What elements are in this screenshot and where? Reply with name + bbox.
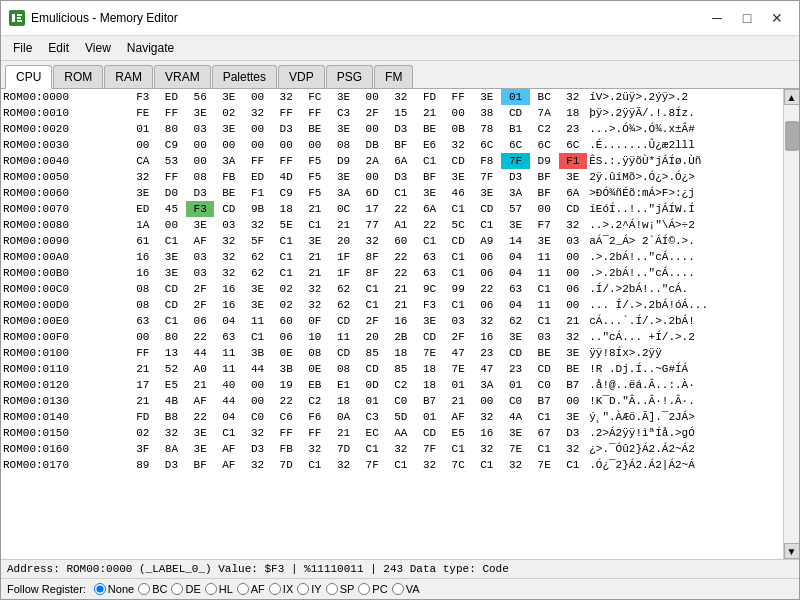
table-row[interactable]: ROM00:00200180033E00D3BE3E00D3BE0B78B1C2… — [1, 121, 783, 137]
hex-cell[interactable]: CD — [214, 201, 243, 217]
hex-cell[interactable]: 00 — [243, 377, 272, 393]
hex-cell[interactable]: 00 — [444, 105, 473, 121]
hex-cell[interactable]: 17 — [358, 201, 387, 217]
hex-cell[interactable]: 00 — [186, 137, 215, 153]
hex-cell[interactable]: CD — [157, 281, 186, 297]
hex-cell[interactable]: CD — [501, 345, 530, 361]
radio-option-iy[interactable]: IY — [297, 583, 321, 595]
hex-cell[interactable]: C1 — [387, 457, 416, 473]
hex-cell[interactable]: C1 — [530, 409, 559, 425]
hex-cell[interactable]: 18 — [272, 201, 301, 217]
hex-cell[interactable]: 63 — [214, 329, 243, 345]
table-row[interactable]: ROM00:009061C1AF325FC13E203260C1CDA9143E… — [1, 233, 783, 249]
hex-cell[interactable]: 00 — [559, 393, 588, 409]
tab-psg[interactable]: PSG — [326, 65, 373, 88]
hex-cell[interactable]: C1 — [444, 441, 473, 457]
hex-cell[interactable]: 16 — [128, 249, 157, 265]
hex-cell[interactable]: 32 — [128, 169, 157, 185]
hex-cell[interactable]: 32 — [243, 457, 272, 473]
hex-cell[interactable]: AF — [214, 441, 243, 457]
hex-cell[interactable]: 3E — [186, 217, 215, 233]
hex-cell[interactable]: 47 — [444, 345, 473, 361]
hex-cell[interactable]: 32 — [473, 313, 502, 329]
hex-cell[interactable]: 23 — [501, 361, 530, 377]
scrollbar-thumb[interactable] — [785, 121, 799, 151]
table-row[interactable]: ROM00:0010FEFF3E0232FFFFC32F15210038CD7A… — [1, 105, 783, 121]
hex-cell[interactable]: 06 — [473, 249, 502, 265]
hex-cell[interactable]: 47 — [473, 361, 502, 377]
hex-cell[interactable]: 00 — [243, 137, 272, 153]
table-row[interactable]: ROM00:00E063C1060411600FCD2F163E033262C1… — [1, 313, 783, 329]
hex-cell[interactable]: 3A — [501, 185, 530, 201]
hex-cell[interactable]: 02 — [272, 297, 301, 313]
hex-cell[interactable]: 11 — [530, 249, 559, 265]
hex-cell[interactable]: C1 — [300, 457, 329, 473]
hex-cell[interactable]: 02 — [214, 105, 243, 121]
hex-cell[interactable]: 22 — [272, 393, 301, 409]
hex-cell[interactable]: 0E — [272, 345, 301, 361]
hex-cell[interactable]: 18 — [329, 393, 358, 409]
hex-cell[interactable]: 7D — [329, 441, 358, 457]
hex-cell[interactable]: 00 — [243, 121, 272, 137]
hex-cell[interactable]: 32 — [300, 281, 329, 297]
hex-cell[interactable]: C1 — [530, 281, 559, 297]
hex-cell[interactable]: E5 — [444, 425, 473, 441]
hex-cell[interactable]: C1 — [358, 281, 387, 297]
hex-cell[interactable]: D3 — [501, 169, 530, 185]
hex-cell[interactable]: FD — [128, 409, 157, 425]
hex-cell[interactable]: AF — [214, 457, 243, 473]
hex-cell[interactable]: 4A — [501, 409, 530, 425]
hex-cell[interactable]: 63 — [415, 265, 444, 281]
hex-cell[interactable]: 00 — [559, 249, 588, 265]
hex-cell[interactable]: 01 — [501, 89, 530, 105]
hex-cell[interactable]: 32 — [157, 425, 186, 441]
hex-cell[interactable]: 08 — [128, 297, 157, 313]
hex-cell[interactable]: 04 — [501, 297, 530, 313]
hex-cell[interactable]: 00 — [358, 121, 387, 137]
tab-cpu[interactable]: CPU — [5, 65, 52, 89]
hex-cell[interactable]: A1 — [387, 217, 416, 233]
hex-cell[interactable]: 6C — [501, 137, 530, 153]
hex-cell[interactable]: 40 — [214, 377, 243, 393]
table-row[interactable]: ROM00:012017E521400019EBE10DC218013A01C0… — [1, 377, 783, 393]
hex-cell[interactable]: 6A — [387, 153, 416, 169]
hex-cell[interactable]: 06 — [473, 297, 502, 313]
hex-cell[interactable]: 0D — [358, 377, 387, 393]
hex-cell[interactable]: 2F — [186, 281, 215, 297]
hex-cell[interactable]: 32 — [243, 105, 272, 121]
hex-cell[interactable]: B1 — [501, 121, 530, 137]
hex-cell[interactable]: 21 — [300, 201, 329, 217]
hex-cell[interactable]: 22 — [387, 249, 416, 265]
hex-cell[interactable]: F3 — [186, 201, 215, 217]
hex-cell[interactable]: 0A — [329, 409, 358, 425]
hex-cell[interactable]: 77 — [358, 217, 387, 233]
hex-cell[interactable]: 7E — [415, 345, 444, 361]
hex-cell[interactable]: 00 — [358, 169, 387, 185]
hex-cell[interactable]: FF — [300, 105, 329, 121]
hex-cell[interactable]: 11 — [329, 329, 358, 345]
hex-cell[interactable]: 21 — [387, 281, 416, 297]
hex-cell[interactable]: 78 — [473, 121, 502, 137]
hex-cell[interactable]: 00 — [559, 297, 588, 313]
hex-cell[interactable]: 32 — [272, 89, 301, 105]
hex-cell[interactable]: 32 — [300, 441, 329, 457]
hex-cell[interactable]: 60 — [272, 313, 301, 329]
hex-cell[interactable]: 6A — [559, 185, 588, 201]
hex-cell[interactable]: 46 — [444, 185, 473, 201]
hex-cell[interactable]: CD — [444, 233, 473, 249]
hex-cell[interactable]: 2F — [444, 329, 473, 345]
hex-cell[interactable]: 01 — [358, 393, 387, 409]
hex-cell[interactable]: 3E — [186, 105, 215, 121]
hex-cell[interactable]: CD — [559, 201, 588, 217]
hex-cell[interactable]: 3E — [214, 121, 243, 137]
hex-cell[interactable]: 01 — [128, 121, 157, 137]
hex-cell[interactable]: 4B — [157, 393, 186, 409]
hex-cell[interactable]: 32 — [387, 89, 416, 105]
hex-cell[interactable]: CD — [444, 153, 473, 169]
table-row[interactable]: ROM00:00F000802263C1061011202BCD2F163E03… — [1, 329, 783, 345]
radio-option-af[interactable]: AF — [237, 583, 265, 595]
hex-cell[interactable]: 3E — [559, 345, 588, 361]
hex-cell[interactable]: FB — [272, 441, 301, 457]
hex-cell[interactable]: 7F — [415, 441, 444, 457]
hex-cell[interactable]: 2A — [358, 153, 387, 169]
